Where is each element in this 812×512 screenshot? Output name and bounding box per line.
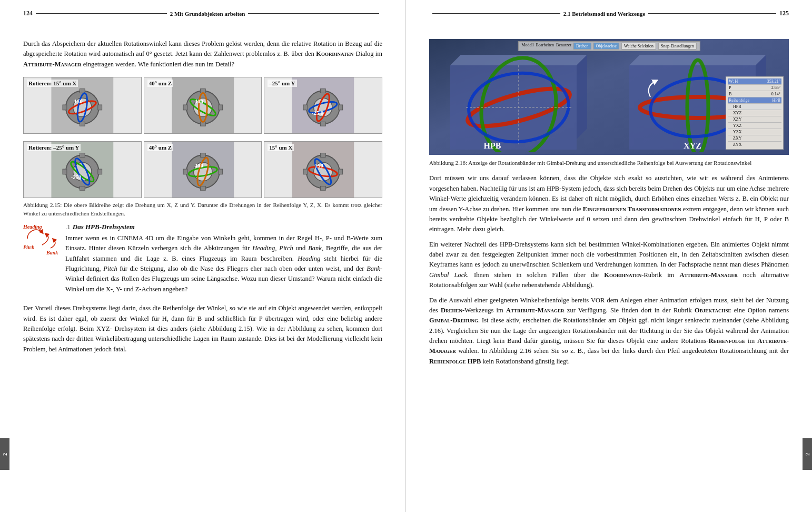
svg-rect-24 [321,122,326,126]
figure-caption-2-15: Abbildung 2.15: Die obere Bildreihe zeig… [23,201,382,218]
svg-rect-34 [80,186,85,191]
svg-text:400: 400 [194,98,203,104]
svg-rect-46 [218,169,222,174]
hpb-arrows-svg: Heading Pitch Bank [23,223,61,255]
left-header-title: 2 Mit Grundobjekten arbeiten [170,11,245,17]
svg-rect-23 [321,89,326,93]
panel-value-yxz: YXZ [729,123,741,128]
intro-paragraph: Durch das Abspeichern der aktuellen Rota… [23,39,382,70]
panel-row-hpb[interactable]: HPB [728,104,781,110]
keyword-objektachse: Objektachse [695,307,731,314]
svg-rect-33 [80,153,85,157]
figure-caption-2-16: Abbildung 2.16: Anzeige der Rotationsbän… [429,159,789,167]
panel-value-wh: 353.21° [767,79,780,84]
keyword-attribute-manager-3: Attribute-Manager [506,307,565,314]
figure-label-2-3: 15° um X [268,144,294,151]
keyword-attribute-manager: Attribute-Manager [23,61,82,68]
svg-text:-25.0: -25.0 [312,110,323,116]
figure-label-1-2: 40° um Z [147,80,174,87]
panel-value-zyx: ZYX [729,142,741,147]
svg-rect-35 [63,169,67,174]
toolbar-drehen[interactable]: Drehen [573,43,591,50]
figure-label-1-1: Rotieren: 15° um X [27,80,78,87]
italic-bank: Bank [308,244,322,252]
panel-label-wh: W: H [729,79,738,84]
panel-row-zyx[interactable]: ZYX [728,142,781,147]
toolbar-objektachse[interactable]: Objektachse [593,43,619,50]
figure-cell-1-3: –25° um Y -25.0 [264,77,382,134]
left-header: 124 2 Mit Grundobjekten arbeiten [23,9,382,17]
panel-row-xyz[interactable]: XYZ [728,110,781,116]
left-header-line [36,13,167,14]
right-page-number: 125 [779,9,789,17]
panel-value-hpb: HPB [729,104,741,109]
section-title: Das HPB-Drehsystem [73,223,135,231]
panel-value-yzx: YZX [729,130,741,134]
section-number: .1 [65,223,71,231]
section-heading-block: .1 Das HPB-Drehsystem Immer wenn es in C… [65,223,382,299]
keyword-koordinaten: Koordinaten [316,50,353,57]
svg-rect-55 [303,169,308,174]
right-header-line2 [648,13,776,14]
para-3: Dort müssen wir uns darauf verlassen kön… [429,173,789,234]
page-right: 2.1 Betriebsmodi und Werkzeuge 125 Model… [406,0,812,512]
keyword-koordinaten-2: Koordinaten [604,271,641,279]
svg-rect-36 [98,169,102,174]
panel-row-yzx[interactable]: YZX [728,129,781,135]
panel-value-p: 2.65° [771,85,780,90]
keyword-eingefrorene: Eingefrorenen Transformationen [583,205,681,213]
figure-cell-1-2: 40° um Z 400 [144,77,262,134]
panel-row-yxz[interactable]: YXZ [728,123,781,129]
panel-row-xzy[interactable]: XZY [728,116,781,123]
toolbar-item-2: Bearbeiten [536,43,554,50]
svg-rect-3 [80,89,85,93]
svg-rect-45 [183,169,187,174]
svg-rect-44 [200,186,205,191]
svg-text:Bank: Bank [46,250,58,255]
side-tab-left: 2 [0,438,9,470]
figure-cell-1-1: Rotieren: 15° um X 150 [23,77,142,134]
side-tab-left-text: 2 [2,453,8,456]
italic-bank2: Bank [367,265,380,272]
para-4: Ein weiterer Nachteil des HPB-Drehsystem… [429,240,789,291]
figure-label-2-1: Rotieren: –25° um Y [27,144,81,151]
keyword-reihenfolge: Reihenfolge [708,337,745,344]
figure-row-1: Rotieren: 15° um X 150 [23,77,382,134]
svg-text:-250: -250 [71,174,82,180]
svg-rect-16 [218,105,222,110]
italic-pitch: Pitch [279,244,293,252]
panel-row-zxy[interactable]: ZXY [728,135,781,142]
toolbar-snap[interactable]: Snap-Einstellungen [658,43,697,50]
svg-text:HPB: HPB [484,141,501,150]
svg-text:400: 400 [194,162,203,169]
italic-heading2: Heading [298,255,320,262]
side-tab-right: 2 [803,438,812,470]
keyword-drehen: Drehen [441,307,462,314]
toolbar-weiche[interactable]: Weiche Selektion [621,43,656,50]
left-content: Durch das Abspeichern der aktuellen Rota… [23,39,382,355]
para-5: Da die Auswahl einer geeigneten Winkelre… [429,296,789,367]
figure-cell-2-3: 15° um X 150 [264,141,382,198]
svg-text:Pitch: Pitch [23,244,35,250]
italic-pitch2: Pitch [103,265,117,272]
panel-row-p: P 2.65° [728,85,781,91]
panel-row-b: B 0.14° [728,91,781,97]
panel-label-b: B [729,92,731,96]
panel-row-wh: W: H 353.21° [728,78,781,85]
figure-cell-2-2: 40° um Z 400 [144,141,262,198]
keyword-reihenfolge-hpb: Reihenfolge HPB [429,358,481,365]
svg-text:Heading: Heading [23,224,42,230]
toolbar-item-1: Modell [521,43,533,50]
right-content: Modell Bearbeiten Benutzer Drehen Objekt… [429,39,789,367]
para-1: Immer wenn es in CINEMA 4D um die Eingab… [65,233,382,294]
svg-rect-56 [339,169,343,174]
svg-rect-25 [303,105,308,110]
right-header: 2.1 Betriebsmodi und Werkzeuge 125 [429,9,789,17]
figure-row-2: Rotieren: –25° um Y -250 40° um Z [23,141,382,198]
para-2: Der Vorteil dieses Drehsystems liegt dar… [23,303,382,355]
hpb-diagram: Heading Pitch Bank [23,223,61,255]
right-figure-inner: Modell Bearbeiten Benutzer Drehen Objekt… [429,39,789,155]
figure-cell-2-1: Rotieren: –25° um Y -250 [23,141,142,198]
panel-value-xzy: XZY [729,117,741,122]
left-header-line2 [248,13,379,14]
